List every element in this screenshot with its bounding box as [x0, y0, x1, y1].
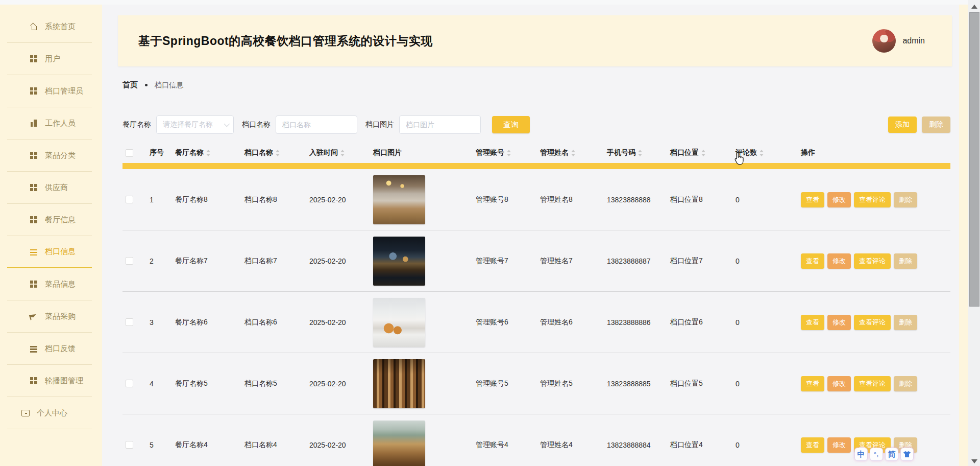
sidebar-item-dish-purchase[interactable]: 菜品采购	[7, 300, 92, 333]
row-checkbox[interactable]	[126, 380, 133, 387]
vertical-scrollbar[interactable]	[968, 0, 980, 466]
view-row-button[interactable]: 查看	[801, 253, 824, 269]
sidebar-item-restaurant-info[interactable]: 餐厅信息	[7, 204, 92, 236]
sidebar-item-dish-info[interactable]: 菜品信息	[7, 268, 92, 300]
ime-simplified-mode[interactable]: 简	[885, 448, 898, 461]
column-header-label: 入驻时间	[309, 148, 338, 157]
stall-photo[interactable]	[373, 237, 425, 286]
row-checkbox[interactable]	[126, 441, 133, 449]
sidebar-item-carousel[interactable]: 轮播图管理	[7, 365, 92, 397]
comment-row-button[interactable]: 查看评论	[854, 315, 891, 330]
column-header-7[interactable]: 管理姓名	[540, 148, 607, 157]
ime-skin-shirt-icon[interactable]	[900, 448, 914, 461]
sort-arrows-icon[interactable]	[507, 150, 511, 156]
edit-row-button[interactable]: 修改	[827, 253, 851, 269]
stall-name-input[interactable]	[276, 115, 357, 134]
stall-image-input[interactable]	[399, 115, 481, 134]
table-row: 4餐厅名称5档口名称52025-02-20管理账号5管理姓名5138238888…	[122, 353, 950, 414]
column-header-2[interactable]: 餐厅名称	[175, 148, 244, 157]
edit-row-button[interactable]: 修改	[827, 192, 851, 207]
row-actions: 查看修改查看评论删除	[801, 315, 950, 330]
del-row-button[interactable]: 删除	[894, 376, 917, 391]
sidebar-item-dish-categories[interactable]: 菜品分类	[7, 139, 92, 172]
column-header-6[interactable]: 管理账号	[476, 148, 540, 157]
row-checkbox[interactable]	[126, 257, 133, 265]
column-header-9[interactable]: 档口位置	[670, 148, 736, 157]
row-comment-count: 0	[736, 196, 801, 204]
view-row-button[interactable]: 查看	[801, 376, 824, 391]
row-location: 档口位置4	[670, 440, 736, 450]
stall-photo[interactable]	[373, 298, 425, 347]
sidebar-item-staff[interactable]: 工作人员	[7, 107, 92, 139]
scrollbar-down-arrow-icon[interactable]	[971, 459, 977, 463]
page-title: 基于SpringBoot的高校餐饮档口管理系统的设计与实现	[138, 33, 433, 49]
sort-arrows-icon[interactable]	[571, 150, 576, 156]
view-row-button[interactable]: 查看	[801, 192, 824, 207]
edit-row-button[interactable]: 修改	[827, 315, 851, 330]
ime-punctuation-icon[interactable]: °,	[870, 448, 883, 461]
avatar[interactable]	[872, 29, 896, 53]
column-header-4[interactable]: 入驻时间	[309, 148, 373, 157]
scrollbar-thumb[interactable]	[969, 12, 979, 307]
view-row-button[interactable]: 查看	[801, 437, 824, 453]
scrollbar-up-arrow-icon[interactable]	[971, 5, 977, 9]
column-header-1: 序号	[150, 148, 175, 157]
table-row: 1餐厅名称8档口名称82025-02-20管理账号8管理姓名8138238888…	[122, 169, 950, 230]
sort-arrows-icon[interactable]	[206, 150, 211, 156]
column-header-8[interactable]: 手机号码	[607, 148, 670, 157]
row-checkbox[interactable]	[126, 196, 133, 203]
sort-arrows-icon[interactable]	[701, 150, 706, 156]
breadcrumb-home[interactable]: 首页	[122, 80, 138, 90]
sort-arrows-icon[interactable]	[638, 150, 643, 156]
stall-photo[interactable]	[373, 175, 425, 224]
restaurant-select-placeholder: 请选择餐厅名称	[163, 120, 213, 129]
ime-chinese-mode[interactable]: 中	[854, 448, 868, 461]
row-stall-name: 档口名称5	[244, 379, 309, 388]
sidebar-item-stall-info[interactable]: 档口信息	[7, 236, 92, 268]
sidebar-item-suppliers[interactable]: 供应商	[7, 172, 92, 204]
grid-icon	[30, 55, 38, 63]
sort-arrows-icon[interactable]	[760, 150, 764, 156]
del-row-button[interactable]: 删除	[894, 192, 917, 207]
sidebar-item-label: 工作人员	[45, 119, 76, 128]
column-header-10[interactable]: 评论数	[736, 148, 801, 157]
search-button[interactable]: 查询	[492, 116, 530, 133]
sidebar-item-home[interactable]: 系统首页	[7, 11, 92, 43]
column-header-3[interactable]: 档口名称	[244, 148, 309, 157]
sidebar-item-stall-admins[interactable]: 档口管理员	[7, 75, 92, 107]
table-row: 2餐厅名称7档口名称72025-02-20管理账号7管理姓名7138238888…	[122, 230, 950, 292]
chevron-down-icon	[224, 121, 230, 127]
column-header-label: 操作	[801, 148, 815, 157]
stall-photo[interactable]	[373, 421, 425, 466]
row-join-date: 2025-02-20	[309, 257, 373, 265]
sidebar-item-label: 菜品采购	[45, 312, 76, 321]
column-header-label: 档口位置	[670, 148, 699, 157]
breadcrumb-dot-icon	[145, 84, 148, 86]
restaurant-select[interactable]: 请选择餐厅名称	[156, 115, 234, 134]
del-row-button[interactable]: 删除	[894, 315, 917, 330]
comment-row-button[interactable]: 查看评论	[854, 192, 891, 207]
sort-arrows-icon[interactable]	[276, 150, 280, 156]
row-location: 档口位置7	[670, 257, 736, 266]
row-admin-account: 管理账号4	[476, 440, 540, 450]
view-row-button[interactable]: 查看	[801, 315, 824, 330]
add-button[interactable]: 添加	[888, 116, 917, 133]
sidebar-item-stall-feedback[interactable]: 档口反馈	[7, 333, 92, 365]
sort-arrows-icon[interactable]	[340, 150, 345, 156]
row-location: 档口位置8	[670, 195, 736, 204]
select-all-checkbox[interactable]	[126, 149, 133, 157]
row-checkbox[interactable]	[126, 318, 133, 326]
comment-row-button[interactable]: 查看评论	[854, 376, 891, 391]
edit-row-button[interactable]: 修改	[827, 376, 851, 391]
sidebar-item-label: 菜品信息	[45, 279, 76, 289]
user-box[interactable]: admin	[872, 15, 925, 66]
comment-row-button[interactable]: 查看评论	[854, 253, 891, 269]
stall-photo[interactable]	[373, 359, 425, 408]
row-join-date: 2025-02-20	[309, 318, 373, 327]
edit-row-button[interactable]: 修改	[827, 437, 851, 453]
delete-button[interactable]: 删除	[922, 116, 950, 133]
sidebar-item-profile[interactable]: 个人中心	[7, 397, 92, 429]
del-row-button[interactable]: 删除	[894, 253, 917, 269]
sidebar-item-users[interactable]: 用户	[7, 43, 92, 75]
card-icon	[21, 409, 30, 417]
